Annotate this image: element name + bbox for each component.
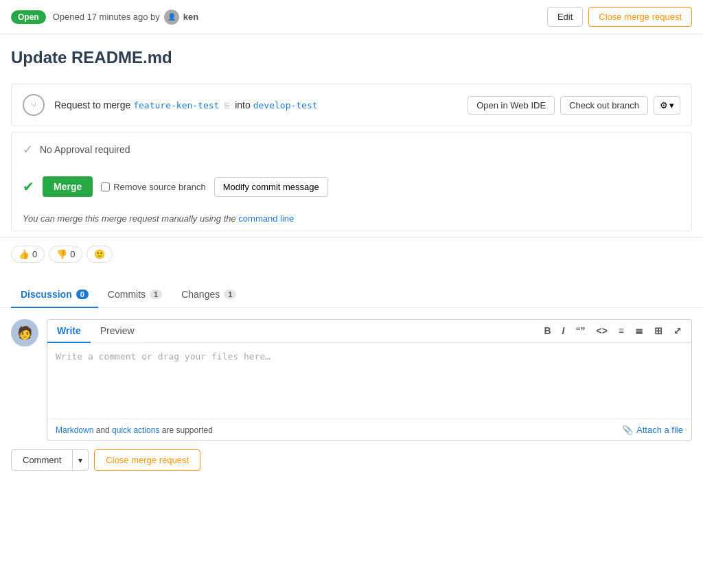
meta-info: Opened 17 minutes ago by 👤 ken xyxy=(53,10,199,25)
thumbs-up-button[interactable]: 👍 0 xyxy=(11,246,45,263)
bold-button[interactable]: B xyxy=(541,324,553,338)
author-name: ken xyxy=(183,12,198,22)
tab-commits-label: Commits xyxy=(108,289,146,300)
comment-editor: Write Preview B I “” <> ≡ ≣ ⊞ ⤢ Write a … xyxy=(47,319,692,441)
status-badge: Open xyxy=(11,10,46,24)
request-to-merge-text: Request to merge xyxy=(54,99,130,110)
editor-tab-preview[interactable]: Preview xyxy=(91,320,144,343)
comment-textarea[interactable]: Write a comment or drag your files here… xyxy=(47,343,691,419)
comment-dropdown-button[interactable]: ▾ xyxy=(73,449,89,471)
comment-section: 🧑 Write Preview B I “” <> ≡ ≣ ⊞ ⤢ Write … xyxy=(0,308,703,441)
copy-icon[interactable]: ⎘ xyxy=(224,101,229,110)
attach-label: Attach a file xyxy=(636,425,683,435)
tab-commits[interactable]: Commits 1 xyxy=(98,282,172,308)
tab-changes[interactable]: Changes 1 xyxy=(172,282,246,308)
remove-source-branch-input[interactable] xyxy=(101,183,110,191)
tab-discussion-label: Discussion xyxy=(21,289,72,300)
emoji-icon: 🙂 xyxy=(94,249,105,259)
merge-button[interactable]: Merge xyxy=(43,176,93,197)
thumbs-up-count: 0 xyxy=(32,249,37,259)
code-button[interactable]: <> xyxy=(593,324,610,338)
markdown-link[interactable]: Markdown xyxy=(56,425,93,435)
close-merge-request-button[interactable]: Close merge request xyxy=(588,7,692,27)
check-out-branch-button[interactable]: Check out branch xyxy=(560,96,648,115)
branch-info-row: ⑂ Request to merge feature-ken-test ⎘ in… xyxy=(12,84,691,126)
modify-commit-message-button[interactable]: Modify commit message xyxy=(214,177,328,197)
editor-footer: Markdown and quick actions are supported… xyxy=(47,419,691,440)
thumbs-up-icon: 👍 xyxy=(19,249,30,259)
markdown-support-text: Markdown and quick actions are supported xyxy=(56,425,213,435)
tab-commits-badge: 1 xyxy=(150,290,162,299)
quick-actions-link[interactable]: quick actions xyxy=(112,425,159,435)
tab-changes-label: Changes xyxy=(181,289,220,300)
tab-changes-badge: 1 xyxy=(224,290,236,299)
approval-row: ✓ No Approval required xyxy=(12,132,691,167)
thumbs-down-icon: 👎 xyxy=(56,249,67,259)
remove-source-branch-checkbox[interactable]: Remove source branch xyxy=(101,182,205,192)
comment-submit-group: Comment ▾ xyxy=(11,449,89,471)
ordered-list-button[interactable]: ≣ xyxy=(632,324,646,338)
reactions-bar: 👍 0 👎 0 🙂 xyxy=(0,237,703,271)
comment-button[interactable]: Comment xyxy=(11,449,73,471)
quote-button[interactable]: “” xyxy=(573,324,588,338)
table-button[interactable]: ⊞ xyxy=(652,324,665,338)
tabs: Discussion 0 Commits 1 Changes 1 xyxy=(0,282,703,308)
opened-text: Opened 17 minutes ago by xyxy=(53,12,160,22)
more-options-button[interactable]: ⚙ ▾ xyxy=(654,96,680,115)
approval-merge-card: ✓ No Approval required ✔ Merge Remove so… xyxy=(11,132,692,231)
close-merge-request-bottom-button[interactable]: Close merge request xyxy=(94,449,200,471)
comment-actions: Comment ▾ Close merge request xyxy=(0,441,703,479)
top-bar-actions: Edit Close merge request xyxy=(547,7,692,27)
target-branch-link[interactable]: develop-test xyxy=(253,100,318,110)
edit-button[interactable]: Edit xyxy=(547,7,583,27)
approval-check-icon: ✓ xyxy=(23,142,33,157)
branch-info: Request to merge feature-ken-test ⎘ into… xyxy=(54,99,468,110)
source-branch-link[interactable]: feature-ken-test xyxy=(133,100,219,110)
avatar: 👤 xyxy=(164,10,179,25)
top-bar: Open Opened 17 minutes ago by 👤 ken Edit… xyxy=(0,0,703,34)
chevron-down-icon: ▾ xyxy=(669,100,674,110)
page-title: Update README.md xyxy=(0,34,703,78)
italic-button[interactable]: I xyxy=(560,324,568,338)
top-bar-left: Open Opened 17 minutes ago by 👤 ken xyxy=(11,10,198,25)
editor-tabs: Write Preview B I “” <> ≡ ≣ ⊞ ⤢ xyxy=(47,320,691,343)
remove-source-branch-label: Remove source branch xyxy=(113,182,205,192)
commandline-row: You can merge this merge request manuall… xyxy=(12,207,691,231)
pipette-icon: ⚙ xyxy=(660,100,668,110)
merge-check-icon: ✔ xyxy=(23,178,34,195)
branch-actions: Open in Web IDE Check out branch ⚙ ▾ xyxy=(468,96,680,115)
editor-tab-write[interactable]: Write xyxy=(47,320,91,343)
emoji-button[interactable]: 🙂 xyxy=(87,246,113,263)
approval-text: No Approval required xyxy=(40,144,130,155)
merge-icon: ⑂ xyxy=(23,94,45,116)
thumbs-down-count: 0 xyxy=(70,249,75,259)
attach-file-button[interactable]: 📎 Attach a file xyxy=(622,425,683,435)
tab-discussion-badge: 0 xyxy=(76,290,89,299)
thumbs-down-button[interactable]: 👎 0 xyxy=(49,246,82,263)
commandline-text: You can merge this merge request manuall… xyxy=(23,213,236,224)
commandline-link[interactable]: command line xyxy=(238,213,294,224)
into-text: into xyxy=(235,99,251,110)
tab-discussion[interactable]: Discussion 0 xyxy=(11,282,98,308)
editor-toolbar: B I “” <> ≡ ≣ ⊞ ⤢ xyxy=(144,320,691,342)
bullet-list-button[interactable]: ≡ xyxy=(616,324,627,338)
merge-request-card: ⑂ Request to merge feature-ken-test ⎘ in… xyxy=(11,84,692,126)
open-web-ide-button[interactable]: Open in Web IDE xyxy=(468,96,555,115)
user-avatar: 🧑 xyxy=(11,319,38,346)
attach-icon: 📎 xyxy=(622,425,633,435)
merge-row: ✔ Merge Remove source branch Modify comm… xyxy=(12,167,691,207)
fullscreen-button[interactable]: ⤢ xyxy=(671,324,684,338)
